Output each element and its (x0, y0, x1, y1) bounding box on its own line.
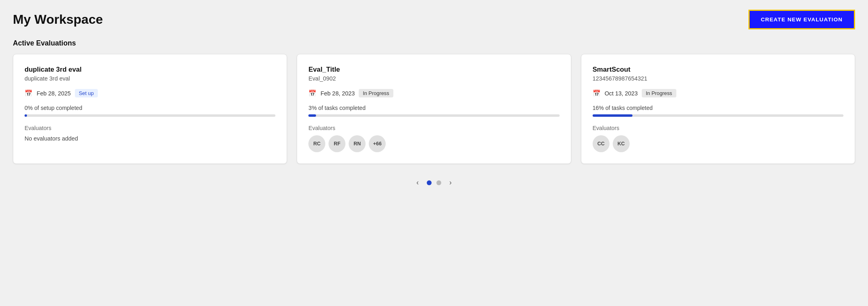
progress-bar-fill (308, 114, 316, 117)
card-subtitle: 12345678987654321 (593, 75, 843, 82)
card-title: Eval_Title (308, 66, 559, 74)
evaluation-card-2[interactable]: Eval_Title Eval_0902 📅 Feb 28, 2023 In P… (297, 54, 571, 164)
pagination-next-button[interactable]: › (446, 177, 455, 188)
evaluators-label: Evaluators (25, 125, 275, 131)
progress-label: 0% of setup completed (25, 105, 275, 111)
progress-bar-fill (25, 114, 27, 117)
progress-bar-track (593, 114, 843, 117)
evaluator-avatar-2: RN (349, 135, 366, 152)
progress-label: 3% of tasks completed (308, 105, 559, 111)
card-date-row: 📅 Oct 13, 2023 In Progress (593, 89, 843, 97)
status-badge: In Progress (359, 89, 393, 97)
section-title: Active Evaluations (13, 39, 855, 48)
status-badge: In Progress (642, 89, 676, 97)
evaluator-avatar-0: RC (308, 135, 325, 152)
status-badge: Set up (75, 89, 98, 97)
avatars-row: CCKC (593, 135, 843, 152)
page-title: My Workspace (13, 12, 103, 27)
card-date: Feb 28, 2025 (37, 90, 71, 97)
card-date-row: 📅 Feb 28, 2023 In Progress (308, 89, 559, 97)
evaluators-label: Evaluators (308, 125, 559, 131)
card-date: Oct 13, 2023 (605, 90, 638, 97)
evaluator-avatar-0: CC (593, 135, 610, 152)
progress-bar-track (308, 114, 559, 117)
page-header: My Workspace CREATE NEW EVALUATION (13, 10, 855, 29)
progress-bar-track (25, 114, 275, 117)
card-subtitle: duplicate 3rd eval (25, 75, 275, 82)
calendar-icon: 📅 (308, 89, 316, 97)
card-title: duplicate 3rd eval (25, 66, 275, 74)
evaluation-card-3[interactable]: SmartScout 12345678987654321 📅 Oct 13, 2… (581, 54, 855, 164)
card-title: SmartScout (593, 66, 843, 74)
pagination-dot-2[interactable] (436, 180, 441, 185)
evaluator-avatar-3: +66 (369, 135, 386, 152)
progress-bar-fill (593, 114, 633, 117)
evaluator-avatar-1: RF (329, 135, 345, 152)
avatars-row: RCRFRN+66 (308, 135, 559, 152)
pagination-prev-button[interactable]: ‹ (413, 177, 422, 188)
calendar-icon: 📅 (593, 89, 601, 97)
pagination-dot-1[interactable] (427, 180, 432, 185)
cards-grid: duplicate 3rd eval duplicate 3rd eval 📅 … (13, 54, 855, 164)
evaluator-avatar-1: KC (613, 135, 630, 152)
calendar-icon: 📅 (25, 89, 33, 97)
pagination: ‹ › (13, 177, 855, 188)
card-subtitle: Eval_0902 (308, 75, 559, 82)
evaluation-card-1[interactable]: duplicate 3rd eval duplicate 3rd eval 📅 … (13, 54, 287, 164)
create-evaluation-button[interactable]: CREATE NEW EVALUATION (748, 10, 855, 29)
card-date-row: 📅 Feb 28, 2025 Set up (25, 89, 275, 97)
evaluators-label: Evaluators (593, 125, 843, 131)
card-date: Feb 28, 2023 (320, 90, 355, 97)
progress-label: 16% of tasks completed (593, 105, 843, 111)
no-evaluators-text: No evaluators added (25, 135, 275, 142)
